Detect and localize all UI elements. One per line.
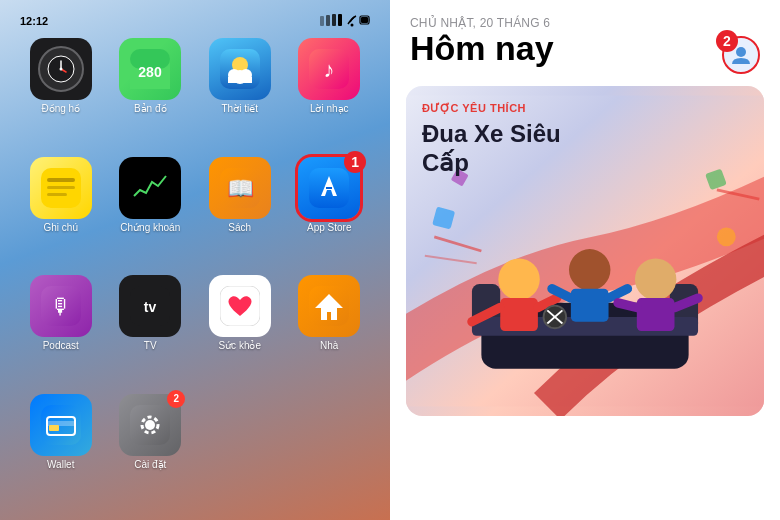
clock-icon — [30, 38, 92, 100]
app-stocks[interactable]: Chứng khoán — [108, 157, 194, 268]
settings-icon: 2 — [119, 394, 181, 456]
clock-label: Đồng hồ — [41, 103, 80, 114]
svg-point-52 — [498, 259, 539, 300]
app-appletv[interactable]: tv TV — [108, 275, 194, 386]
svg-line-62 — [618, 303, 637, 308]
stocks-icon — [119, 157, 181, 219]
health-icon — [209, 275, 271, 337]
status-icons — [320, 14, 370, 28]
svg-text:🎙: 🎙 — [50, 294, 72, 319]
date-label: CHỦ NHẬT, 20 THÁNG 6 — [410, 16, 554, 30]
books-icon: 📖 — [209, 157, 271, 219]
svg-text:tv: tv — [144, 299, 157, 315]
app-podcast[interactable]: 🎙 Podcast — [18, 275, 104, 386]
wallet-icon — [30, 394, 92, 456]
app-settings[interactable]: 2 Cài đặt — [108, 394, 194, 505]
svg-text:♪: ♪ — [324, 57, 335, 82]
notes-label: Ghi chú — [44, 222, 78, 233]
maps-icon: 280 — [119, 38, 181, 100]
svg-point-46 — [736, 47, 746, 57]
stocks-label: Chứng khoán — [120, 222, 180, 233]
app-music[interactable]: ♪ Lời nhạc — [287, 38, 373, 149]
app-home[interactable]: Nhà — [287, 275, 373, 386]
music-icon: ♪ — [298, 38, 360, 100]
app-maps[interactable]: 280 Bản đồ — [108, 38, 194, 149]
svg-point-4 — [351, 24, 354, 27]
svg-rect-1 — [326, 15, 330, 26]
app-grid: Đồng hồ 280 Bản đồ — [8, 32, 382, 510]
maps-label: Bản đồ — [134, 103, 167, 114]
health-label: Sức khỏe — [218, 340, 261, 351]
svg-rect-26 — [47, 186, 75, 189]
svg-rect-0 — [320, 16, 324, 26]
svg-text:280: 280 — [139, 64, 163, 80]
step-1-badge: 1 — [344, 151, 366, 173]
svg-rect-57 — [571, 289, 609, 322]
svg-point-44 — [145, 420, 155, 430]
music-label: Lời nhạc — [310, 103, 349, 114]
podcast-icon: 🎙 — [30, 275, 92, 337]
weather-label: Thời tiết — [222, 103, 258, 114]
status-bar: 12:12 — [8, 10, 382, 32]
home-icon — [298, 275, 360, 337]
svg-rect-28 — [130, 168, 170, 208]
svg-point-56 — [569, 249, 610, 290]
wallet-label: Wallet — [47, 459, 74, 470]
app-clock[interactable]: Đồng hồ — [18, 38, 104, 149]
svg-rect-61 — [637, 298, 675, 331]
right-panel: CHỦ NHẬT, 20 THÁNG 6 Hôm nay 2 ĐƯỢC YÊU … — [390, 0, 780, 520]
svg-point-11 — [59, 68, 62, 71]
svg-rect-21 — [228, 77, 252, 83]
podcast-label: Podcast — [43, 340, 79, 351]
appstore-header: CHỦ NHẬT, 20 THÁNG 6 Hôm nay 2 — [390, 0, 780, 82]
app-books[interactable]: 📖 Sách — [197, 157, 283, 268]
status-time: 12:12 — [20, 15, 48, 27]
weather-icon — [209, 38, 271, 100]
left-panel: 12:12 — [0, 0, 390, 520]
svg-rect-3 — [338, 14, 342, 26]
step-2-badge: 2 — [716, 30, 738, 52]
svg-rect-27 — [47, 193, 67, 196]
home-label: Nhà — [320, 340, 338, 351]
svg-rect-42 — [49, 425, 59, 431]
app-weather[interactable]: Thời tiết — [197, 38, 283, 149]
card-tag: ĐƯỢC YÊU THÍCH — [422, 102, 526, 115]
header-text: CHỦ NHẬT, 20 THÁNG 6 Hôm nay — [410, 16, 554, 67]
svg-text:📖: 📖 — [226, 175, 254, 202]
signal-battery-icon — [320, 14, 370, 28]
books-label: Sách — [228, 222, 251, 233]
svg-rect-7 — [361, 17, 368, 23]
svg-rect-2 — [332, 14, 336, 26]
card-title: Đua Xe Siêu Cấp — [422, 120, 602, 178]
appletv-label: TV — [144, 340, 157, 351]
featured-card[interactable]: ĐƯỢC YÊU THÍCH Đua Xe Siêu Cấp — [406, 86, 764, 416]
app-wallet[interactable]: Wallet — [18, 394, 104, 505]
app-notes[interactable]: Ghi chú — [18, 157, 104, 268]
svg-rect-25 — [47, 178, 75, 182]
appstore-label: App Store — [307, 222, 351, 233]
svg-point-60 — [635, 259, 676, 300]
svg-rect-53 — [500, 298, 538, 331]
notes-icon — [30, 157, 92, 219]
profile-button[interactable]: 2 — [722, 36, 760, 74]
settings-badge: 2 — [167, 390, 185, 408]
app-health[interactable]: Sức khỏe — [197, 275, 283, 386]
svg-point-72 — [717, 227, 736, 246]
svg-rect-6 — [369, 19, 370, 22]
app-appstore[interactable]: 1 App Store — [287, 157, 373, 268]
appletv-icon: tv — [119, 275, 181, 337]
today-title: Hôm nay — [410, 30, 554, 67]
settings-label: Cài đặt — [134, 459, 166, 470]
appstore-icon: 1 — [298, 157, 360, 219]
